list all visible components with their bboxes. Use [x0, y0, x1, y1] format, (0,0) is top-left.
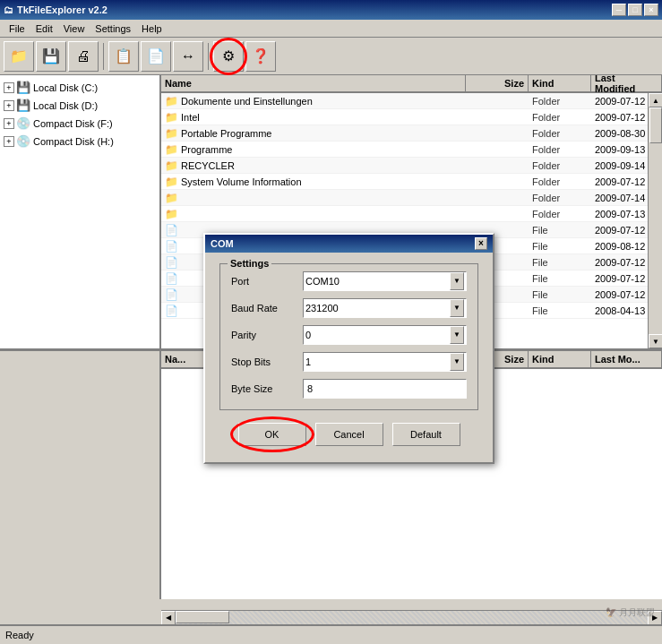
table-row[interactable]: 📁Programme Folder 2009-09-13 PM 05:18 — [161, 142, 662, 158]
file-list-header: Name Size Kind Last Modified — [161, 75, 662, 93]
dialog-close-btn[interactable]: × — [475, 237, 487, 250]
table-row[interactable]: 📁Intel Folder 2009-07-12 PM 10:39 — [161, 109, 662, 125]
status-bar: Ready — [0, 624, 662, 644]
default-button[interactable]: Default — [392, 423, 460, 446]
baudrate-dropdown-arrow[interactable]: ▼ — [450, 299, 464, 317]
bottom-col-kind[interactable]: Kind — [529, 351, 591, 367]
tree-item-h[interactable]: + 💿 Compact Disk (H:) — [0, 133, 159, 150]
parity-label: Parity — [231, 330, 303, 340]
bottom-col-modified[interactable]: Last Mo... — [591, 351, 662, 367]
watermark: 🦅 月月联盟 — [606, 606, 655, 619]
tree-label-c: Local Disk (C:) — [33, 82, 98, 93]
cancel-button[interactable]: Cancel — [315, 423, 383, 446]
cancel-label: Cancel — [333, 429, 364, 440]
scroll-down-btn[interactable]: ▼ — [649, 334, 662, 348]
toolbar-paste-btn[interactable]: 📄 — [141, 41, 171, 72]
file-icon: 📄 — [165, 256, 178, 269]
file-icon: 📄 — [165, 272, 178, 285]
folder-icon: 📁 — [165, 127, 178, 140]
folder-icon: 📁 — [165, 176, 178, 188]
title-controls: ─ □ × — [612, 4, 658, 16]
status-text: Ready — [5, 630, 34, 640]
minimize-button[interactable]: ─ — [612, 4, 626, 16]
dialog-row-parity: Parity 0 ▼ — [231, 325, 467, 345]
expand-c[interactable]: + — [4, 82, 14, 93]
settings-circle-highlight — [210, 38, 247, 75]
table-row[interactable]: 📁Dokumente und Einstellungen Folder 2009… — [161, 93, 662, 109]
maximize-button[interactable]: □ — [628, 4, 642, 16]
scroll-up-btn[interactable]: ▲ — [649, 93, 662, 107]
title-bar-left: 🗂 TkFileExplorer v2.2 — [4, 4, 107, 15]
baudrate-label: Baud Rate — [231, 303, 303, 313]
tree-label-f: Compact Disk (F:) — [33, 118, 113, 129]
col-header-name[interactable]: Name — [161, 75, 466, 91]
scroll-thumb[interactable] — [649, 107, 662, 143]
menu-view[interactable]: View — [58, 21, 90, 36]
hscroll-left-btn[interactable]: ◀ — [161, 611, 176, 625]
bytesize-label: Byte Size — [231, 383, 303, 394]
col-header-size[interactable]: Size — [466, 75, 529, 91]
stopbits-select[interactable]: 1 ▼ — [303, 352, 467, 372]
scroll-track — [649, 107, 662, 334]
menu-file[interactable]: File — [4, 21, 30, 36]
vscroll[interactable]: ▲ ▼ — [648, 93, 662, 348]
expand-h[interactable]: + — [4, 136, 14, 147]
table-row[interactable]: 📁RECYCLER Folder 2009-09-14 PM 10:36 — [161, 158, 662, 174]
col-header-modified[interactable]: Last Modified — [591, 75, 662, 91]
file-icon: 📄 — [165, 305, 178, 317]
hscroll[interactable]: ◀ ▶ — [161, 610, 662, 624]
port-select[interactable]: COM10 ▼ — [303, 271, 467, 291]
toolbar-folder-btn[interactable]: 📁 — [4, 41, 34, 72]
toolbar-save-btn[interactable]: 💾 — [36, 41, 66, 72]
folder-icon: 📁 — [165, 192, 178, 204]
stopbits-label: Stop Bits — [231, 356, 303, 367]
dialog-row-stopbits: Stop Bits 1 ▼ — [231, 352, 467, 372]
com-dialog: COM × Settings Port COM10 ▼ Baud Rate — [203, 233, 494, 464]
cd-icon-f: 💿 — [16, 116, 30, 131]
table-row[interactable]: 📁 Folder 2009-07-13 AM 11:41 — [161, 206, 662, 222]
folder-icon: 📁 — [165, 111, 178, 124]
baudrate-select[interactable]: 231200 ▼ — [303, 298, 467, 318]
toolbar-help-btn[interactable]: ❓ — [245, 41, 276, 72]
bottom-left-panel — [0, 351, 161, 599]
hscroll-track — [176, 611, 648, 625]
dialog-buttons: OK Cancel Default — [219, 423, 478, 451]
toolbar-btn3[interactable]: 🖨 — [68, 41, 99, 72]
expand-f[interactable]: + — [4, 118, 14, 129]
table-row[interactable]: 📁 Folder 2009-07-14 PM 08:12 — [161, 190, 662, 206]
dialog-title-bar: COM × — [205, 235, 493, 253]
toolbar-settings-btn[interactable]: ⚙ — [213, 41, 244, 72]
tree-item-c[interactable]: + 💾 Local Disk (C:) — [0, 79, 159, 97]
file-icon: 📄 — [165, 224, 178, 236]
ok-button[interactable]: OK — [238, 423, 306, 446]
cd-icon-h: 💿 — [16, 134, 30, 149]
parity-dropdown-arrow[interactable]: ▼ — [450, 326, 464, 344]
dialog-row-bytesize: Byte Size — [231, 379, 467, 399]
stopbits-dropdown-arrow[interactable]: ▼ — [450, 353, 464, 371]
toolbar-sep2 — [208, 43, 209, 70]
parity-select[interactable]: 0 ▼ — [303, 325, 467, 345]
hscroll-thumb[interactable] — [176, 611, 229, 623]
app-icon: 🗂 — [4, 4, 13, 15]
bytesize-input[interactable] — [303, 379, 467, 399]
tree-item-f[interactable]: + 💿 Compact Disk (F:) — [0, 115, 159, 133]
tree-item-d[interactable]: + 💾 Local Disk (D:) — [0, 97, 159, 115]
menu-edit[interactable]: Edit — [30, 21, 58, 36]
menu-bar: File Edit View Settings Help — [0, 20, 662, 38]
col-header-kind[interactable]: Kind — [529, 75, 591, 91]
toolbar-move-btn[interactable]: ↔ — [173, 41, 203, 72]
close-button[interactable]: × — [644, 4, 658, 16]
file-icon: 📄 — [165, 240, 178, 253]
port-value: COM10 — [305, 276, 340, 287]
stopbits-value: 1 — [305, 356, 311, 367]
menu-settings[interactable]: Settings — [90, 21, 136, 36]
menu-help[interactable]: Help — [136, 21, 168, 36]
table-row[interactable]: 📁System Volume Information Folder 2009-0… — [161, 174, 662, 190]
ok-label: OK — [265, 429, 279, 440]
port-dropdown-arrow[interactable]: ▼ — [450, 272, 464, 290]
table-row[interactable]: 📁Portable Programme Folder 2009-08-30 PM… — [161, 125, 662, 142]
toolbar-copy-btn[interactable]: 📋 — [108, 41, 139, 72]
dialog-group-label: Settings — [228, 258, 271, 269]
dialog-row-baudrate: Baud Rate 231200 ▼ — [231, 298, 467, 318]
expand-d[interactable]: + — [4, 100, 14, 111]
